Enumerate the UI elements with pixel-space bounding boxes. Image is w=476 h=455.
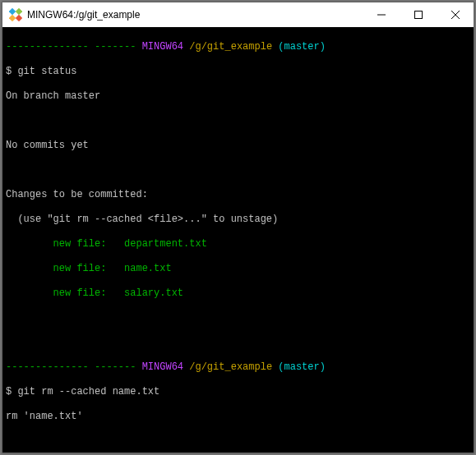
- svg-rect-3: [16, 15, 22, 21]
- output-line: (use "git rm --cached <file>..." to unst…: [6, 214, 470, 226]
- close-button[interactable]: [437, 2, 474, 27]
- svg-rect-0: [9, 8, 16, 15]
- command-line: $ git rm --cached name.txt: [6, 386, 470, 398]
- blank-line: [6, 115, 470, 127]
- svg-rect-1: [16, 8, 22, 15]
- blank-line: [6, 164, 470, 177]
- blank-line: [6, 337, 470, 349]
- svg-rect-5: [414, 11, 422, 19]
- staged-file: new file: salary.txt: [6, 287, 470, 300]
- output-line: No commits yet: [6, 140, 470, 152]
- blank-line: [6, 312, 470, 324]
- output-line: On branch master: [6, 90, 470, 103]
- maximize-button[interactable]: [400, 2, 437, 27]
- blank-line: [6, 435, 470, 448]
- staged-file: new file: department.txt: [6, 238, 470, 250]
- svg-rect-2: [9, 15, 16, 21]
- titlebar[interactable]: MINGW64:/g/git_example: [2, 2, 474, 27]
- terminal-window: MINGW64:/g/git_example -------------- --…: [2, 2, 474, 453]
- output-line: Changes to be committed:: [6, 189, 470, 201]
- app-icon: [9, 8, 22, 21]
- output-line: rm 'name.txt': [6, 411, 470, 423]
- staged-file: new file: name.txt: [6, 263, 470, 275]
- prompt-line: -------------- ------- MINGW64 /g/git_ex…: [6, 41, 470, 53]
- window-title: MINGW64:/g/git_example: [27, 9, 140, 21]
- prompt-line: -------------- ------- MINGW64 /g/git_ex…: [6, 361, 470, 374]
- minimize-button[interactable]: [363, 2, 400, 27]
- command-line: $ git status: [6, 66, 470, 78]
- terminal-body[interactable]: -------------- ------- MINGW64 /g/git_ex…: [2, 27, 474, 453]
